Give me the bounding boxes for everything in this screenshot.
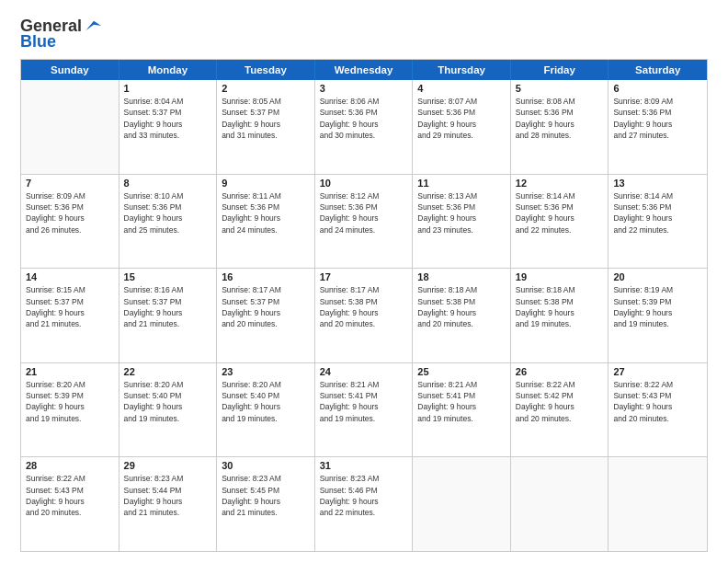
day-number: 7 bbox=[26, 178, 114, 189]
calendar-cell: 3Sunrise: 8:06 AMSunset: 5:36 PMDaylight… bbox=[315, 80, 414, 174]
weekday-header: Sunday bbox=[21, 60, 119, 80]
day-number: 22 bbox=[124, 366, 212, 377]
calendar-cell: 19Sunrise: 8:18 AMSunset: 5:38 PMDayligh… bbox=[511, 269, 609, 362]
day-info: Sunrise: 8:20 AMSunset: 5:40 PMDaylight:… bbox=[222, 379, 310, 424]
calendar-cell: 31Sunrise: 8:23 AMSunset: 5:46 PMDayligh… bbox=[315, 457, 414, 551]
day-info: Sunrise: 8:21 AMSunset: 5:41 PMDaylight:… bbox=[417, 379, 506, 424]
logo-blue-text: Blue bbox=[20, 33, 101, 50]
day-number: 18 bbox=[417, 271, 506, 282]
day-info: Sunrise: 8:07 AMSunset: 5:36 PMDaylight:… bbox=[417, 96, 506, 141]
calendar-cell bbox=[511, 457, 609, 551]
calendar-row: 21Sunrise: 8:20 AMSunset: 5:39 PMDayligh… bbox=[21, 363, 707, 458]
calendar-cell: 18Sunrise: 8:18 AMSunset: 5:38 PMDayligh… bbox=[413, 269, 511, 362]
day-number: 26 bbox=[516, 366, 604, 377]
day-number: 25 bbox=[417, 366, 506, 377]
day-info: Sunrise: 8:14 AMSunset: 5:36 PMDaylight:… bbox=[516, 190, 604, 236]
weekday-header: Thursday bbox=[413, 60, 511, 80]
calendar: SundayMondayTuesdayWednesdayThursdayFrid… bbox=[20, 59, 708, 552]
day-info: Sunrise: 8:18 AMSunset: 5:38 PMDaylight:… bbox=[516, 284, 604, 329]
day-info: Sunrise: 8:05 AMSunset: 5:37 PMDaylight:… bbox=[222, 96, 310, 141]
day-number: 19 bbox=[516, 271, 604, 282]
day-info: Sunrise: 8:21 AMSunset: 5:41 PMDaylight:… bbox=[320, 379, 408, 424]
day-number: 30 bbox=[222, 460, 310, 471]
day-info: Sunrise: 8:19 AMSunset: 5:39 PMDaylight:… bbox=[613, 284, 702, 329]
day-number: 4 bbox=[417, 83, 506, 94]
day-number: 5 bbox=[516, 83, 604, 94]
calendar-cell bbox=[413, 457, 511, 551]
calendar-cell: 26Sunrise: 8:22 AMSunset: 5:42 PMDayligh… bbox=[511, 363, 609, 457]
weekday-header: Monday bbox=[119, 60, 218, 80]
day-number: 9 bbox=[222, 178, 310, 189]
calendar-cell: 10Sunrise: 8:12 AMSunset: 5:36 PMDayligh… bbox=[315, 175, 414, 269]
calendar-cell: 21Sunrise: 8:20 AMSunset: 5:39 PMDayligh… bbox=[21, 363, 119, 457]
day-number: 11 bbox=[417, 178, 506, 189]
day-info: Sunrise: 8:22 AMSunset: 5:43 PMDaylight:… bbox=[26, 473, 114, 518]
calendar-cell: 25Sunrise: 8:21 AMSunset: 5:41 PMDayligh… bbox=[413, 363, 511, 457]
calendar-cell: 22Sunrise: 8:20 AMSunset: 5:40 PMDayligh… bbox=[119, 363, 218, 457]
calendar-cell: 5Sunrise: 8:08 AMSunset: 5:36 PMDaylight… bbox=[511, 80, 609, 174]
day-info: Sunrise: 8:20 AMSunset: 5:40 PMDaylight:… bbox=[124, 379, 212, 424]
day-number: 15 bbox=[124, 271, 212, 282]
day-info: Sunrise: 8:17 AMSunset: 5:37 PMDaylight:… bbox=[222, 284, 310, 329]
day-number: 2 bbox=[222, 83, 310, 94]
day-number: 12 bbox=[516, 178, 604, 189]
day-number: 31 bbox=[320, 460, 408, 471]
day-number: 13 bbox=[613, 178, 702, 189]
day-info: Sunrise: 8:09 AMSunset: 5:36 PMDaylight:… bbox=[613, 96, 702, 141]
day-info: Sunrise: 8:13 AMSunset: 5:36 PMDaylight:… bbox=[417, 190, 506, 236]
calendar-cell: 7Sunrise: 8:09 AMSunset: 5:36 PMDaylight… bbox=[21, 175, 119, 269]
day-number: 8 bbox=[124, 178, 212, 189]
calendar-row: 14Sunrise: 8:15 AMSunset: 5:37 PMDayligh… bbox=[21, 269, 707, 363]
day-number: 23 bbox=[222, 366, 310, 377]
day-info: Sunrise: 8:23 AMSunset: 5:45 PMDaylight:… bbox=[222, 473, 310, 518]
header: General Blue bbox=[20, 17, 708, 50]
day-number: 6 bbox=[613, 83, 702, 94]
calendar-body: 1Sunrise: 8:04 AMSunset: 5:37 PMDaylight… bbox=[21, 80, 707, 551]
calendar-cell: 30Sunrise: 8:23 AMSunset: 5:45 PMDayligh… bbox=[217, 457, 315, 551]
calendar-cell: 2Sunrise: 8:05 AMSunset: 5:37 PMDaylight… bbox=[217, 80, 315, 174]
day-info: Sunrise: 8:06 AMSunset: 5:36 PMDaylight:… bbox=[320, 96, 408, 141]
day-info: Sunrise: 8:15 AMSunset: 5:37 PMDaylight:… bbox=[26, 284, 114, 329]
day-info: Sunrise: 8:22 AMSunset: 5:42 PMDaylight:… bbox=[516, 379, 604, 424]
weekday-header: Tuesday bbox=[217, 60, 315, 80]
day-number: 20 bbox=[613, 271, 702, 282]
calendar-cell: 8Sunrise: 8:10 AMSunset: 5:36 PMDaylight… bbox=[119, 175, 218, 269]
day-number: 3 bbox=[320, 83, 408, 94]
day-info: Sunrise: 8:14 AMSunset: 5:36 PMDaylight:… bbox=[613, 190, 702, 236]
calendar-header: SundayMondayTuesdayWednesdayThursdayFrid… bbox=[21, 60, 707, 80]
calendar-cell: 29Sunrise: 8:23 AMSunset: 5:44 PMDayligh… bbox=[119, 457, 218, 551]
calendar-row: 1Sunrise: 8:04 AMSunset: 5:37 PMDaylight… bbox=[21, 80, 707, 175]
day-number: 29 bbox=[124, 460, 212, 471]
calendar-cell: 17Sunrise: 8:17 AMSunset: 5:38 PMDayligh… bbox=[315, 269, 414, 362]
day-number: 14 bbox=[26, 271, 114, 282]
day-info: Sunrise: 8:09 AMSunset: 5:36 PMDaylight:… bbox=[26, 190, 114, 236]
day-info: Sunrise: 8:20 AMSunset: 5:39 PMDaylight:… bbox=[26, 379, 114, 424]
day-info: Sunrise: 8:18 AMSunset: 5:38 PMDaylight:… bbox=[417, 284, 506, 329]
day-info: Sunrise: 8:12 AMSunset: 5:36 PMDaylight:… bbox=[320, 190, 408, 236]
logo: General Blue bbox=[20, 17, 101, 50]
day-info: Sunrise: 8:08 AMSunset: 5:36 PMDaylight:… bbox=[516, 96, 604, 141]
calendar-row: 7Sunrise: 8:09 AMSunset: 5:36 PMDaylight… bbox=[21, 175, 707, 270]
day-info: Sunrise: 8:23 AMSunset: 5:46 PMDaylight:… bbox=[320, 473, 408, 518]
calendar-cell: 15Sunrise: 8:16 AMSunset: 5:37 PMDayligh… bbox=[119, 269, 218, 362]
day-info: Sunrise: 8:10 AMSunset: 5:36 PMDaylight:… bbox=[124, 190, 212, 236]
calendar-cell: 23Sunrise: 8:20 AMSunset: 5:40 PMDayligh… bbox=[217, 363, 315, 457]
day-number: 28 bbox=[26, 460, 114, 471]
logo-icon bbox=[83, 17, 101, 35]
day-number: 17 bbox=[320, 271, 408, 282]
calendar-cell: 28Sunrise: 8:22 AMSunset: 5:43 PMDayligh… bbox=[21, 457, 119, 551]
day-info: Sunrise: 8:17 AMSunset: 5:38 PMDaylight:… bbox=[320, 284, 408, 329]
day-number: 27 bbox=[613, 366, 702, 377]
calendar-cell: 9Sunrise: 8:11 AMSunset: 5:36 PMDaylight… bbox=[217, 175, 315, 269]
calendar-cell: 27Sunrise: 8:22 AMSunset: 5:43 PMDayligh… bbox=[609, 363, 707, 457]
calendar-cell: 11Sunrise: 8:13 AMSunset: 5:36 PMDayligh… bbox=[413, 175, 511, 269]
day-number: 24 bbox=[320, 366, 408, 377]
day-info: Sunrise: 8:16 AMSunset: 5:37 PMDaylight:… bbox=[124, 284, 212, 329]
calendar-row: 28Sunrise: 8:22 AMSunset: 5:43 PMDayligh… bbox=[21, 457, 707, 551]
day-number: 16 bbox=[222, 271, 310, 282]
calendar-cell: 1Sunrise: 8:04 AMSunset: 5:37 PMDaylight… bbox=[119, 80, 218, 174]
calendar-cell bbox=[609, 457, 707, 551]
day-number: 1 bbox=[124, 83, 212, 94]
svg-marker-0 bbox=[85, 21, 101, 31]
calendar-cell: 4Sunrise: 8:07 AMSunset: 5:36 PMDaylight… bbox=[413, 80, 511, 174]
